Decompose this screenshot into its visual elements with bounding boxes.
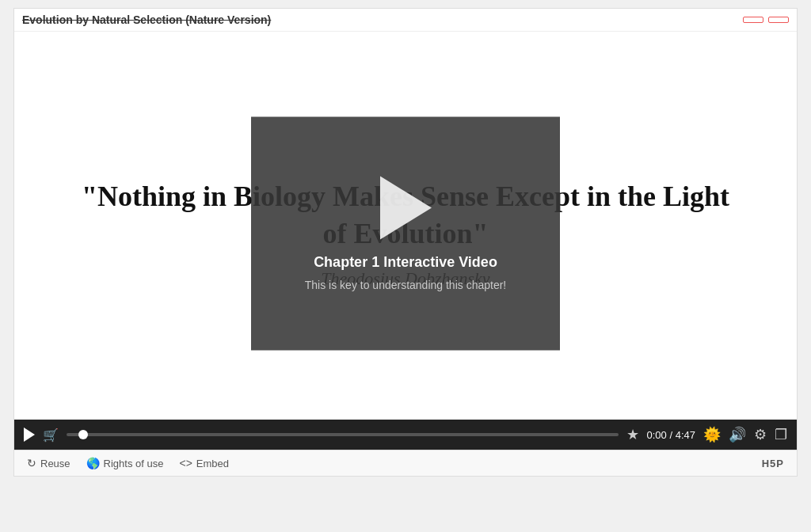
time-total: 4:47 <box>676 429 695 441</box>
top-bar-btn-1[interactable] <box>743 17 763 23</box>
video-overlay[interactable]: Chapter 1 Interactive Video This is key … <box>251 117 560 351</box>
color-icon[interactable]: 🌞 <box>703 426 721 443</box>
video-wrapper: "Nothing in Biology Makes Sense Except i… <box>14 32 797 420</box>
page-container: Evolution by Natural Selection (Nature V… <box>13 8 798 477</box>
reuse-label: Reuse <box>40 458 70 469</box>
settings-icon[interactable]: ⚙ <box>754 426 767 443</box>
overlay-subtitle: This is key to understanding this chapte… <box>305 279 506 291</box>
embed-label: Embed <box>196 458 229 469</box>
reuse-button[interactable]: ↻ Reuse <box>27 457 70 469</box>
time-separator: / <box>669 429 672 441</box>
video-background: "Nothing in Biology Makes Sense Except i… <box>30 51 781 416</box>
star-icon[interactable]: ★ <box>626 426 639 443</box>
embed-button[interactable]: <> Embed <box>179 457 229 469</box>
rights-label: Rights of use <box>104 458 164 469</box>
volume-icon[interactable]: 🔊 <box>729 426 746 443</box>
hp-logo: H5P <box>762 458 784 469</box>
top-bar-btn-2[interactable] <box>768 17 789 23</box>
reuse-icon: ↻ <box>27 457 36 469</box>
top-bar: Evolution by Natural Selection (Nature V… <box>14 9 797 32</box>
fullscreen-icon[interactable]: ❐ <box>775 426 787 443</box>
top-bar-buttons <box>743 17 789 23</box>
play-button-large[interactable] <box>380 177 432 240</box>
controls-bar: 🛒 ★ 0:00 / 4:47 🌞 🔊 ⚙ ❐ <box>14 420 797 450</box>
overlay-title: Chapter 1 Interactive Video <box>314 254 497 271</box>
time-display: 0:00 / 4:47 <box>647 429 696 441</box>
embed-icon: <> <box>179 457 192 469</box>
rights-icon: 🌎 <box>86 457 100 469</box>
progress-dot <box>78 430 88 439</box>
rights-button[interactable]: 🌎 Rights of use <box>86 457 164 469</box>
meta-bar: ↻ Reuse 🌎 Rights of use <> Embed H5P <box>14 450 797 476</box>
bookmark-icon[interactable]: 🛒 <box>43 428 59 443</box>
page-title: Evolution by Natural Selection (Nature V… <box>22 13 271 26</box>
time-current: 0:00 <box>647 429 667 441</box>
progress-track[interactable] <box>67 433 619 436</box>
play-icon[interactable] <box>24 428 35 442</box>
